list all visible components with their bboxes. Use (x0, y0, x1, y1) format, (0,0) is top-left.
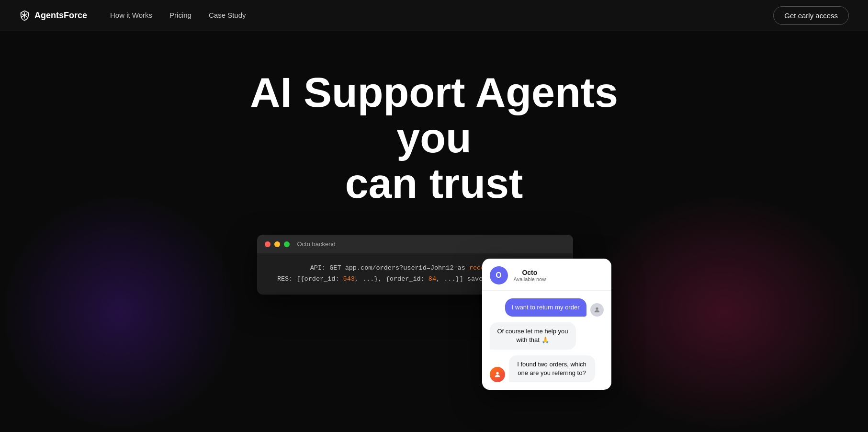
get-early-access-button[interactable]: Get early access (773, 6, 849, 25)
chat-agent-name: Octo (514, 269, 546, 276)
chat-message-agent-1: Of course let me help you with that 🙏 (490, 322, 604, 349)
hero-headline: AI Support Agents you can trust (219, 69, 650, 206)
terminal-title: Octo backend (297, 240, 336, 248)
nav-item-case-study[interactable]: Case Study (209, 11, 246, 20)
nav-item-how-it-works[interactable]: How it Works (110, 11, 152, 20)
agent-icon (490, 367, 505, 382)
dot-red (265, 241, 271, 247)
code-res-mid1: , ...}, {order_id: (355, 275, 428, 283)
user-avatar (590, 303, 604, 317)
hero-section: AI Support Agents you can trust Octo bac… (0, 31, 868, 323)
agent-bubble-2: I found two orders, which one are you re… (509, 355, 595, 382)
logo[interactable]: AgentsForce (19, 10, 87, 21)
nav-link-case-study[interactable]: Case Study (209, 11, 246, 19)
agent-icon-svg (494, 371, 501, 378)
code-num2: 84 (428, 275, 436, 283)
chat-agent-status: Available now (514, 276, 546, 282)
chat-header: O Octo Available now (482, 259, 611, 291)
nav-link-how-it-works[interactable]: How it Works (110, 11, 152, 19)
svg-point-0 (23, 14, 26, 17)
svg-point-8 (496, 372, 498, 375)
chat-message-user: I want to return my order (490, 298, 604, 317)
chat-header-info: Octo Available now (514, 269, 546, 282)
user-bubble: I want to return my order (505, 298, 586, 317)
nav-item-pricing[interactable]: Pricing (169, 11, 192, 20)
svg-point-7 (596, 307, 598, 310)
agent-bubble-1: Of course let me help you with that 🙏 (490, 322, 576, 349)
navbar: AgentsForce How it Works Pricing Case St… (0, 0, 868, 31)
svg-line-2 (26, 13, 27, 14)
logo-icon (19, 10, 30, 21)
code-res-prefix: RES: [{order_id: (277, 275, 343, 283)
nav-left: AgentsForce How it Works Pricing Case St… (19, 10, 246, 21)
user-avatar-icon (593, 306, 601, 314)
headline-line1: AI Support Agents you (250, 68, 618, 161)
headline-line2: can trust (345, 159, 523, 207)
svg-line-6 (22, 13, 23, 14)
dot-green (284, 241, 290, 247)
logo-text: AgentsForce (34, 11, 87, 21)
terminal-titlebar: Octo backend (257, 235, 573, 253)
chat-message-agent-2: I found two orders, which one are you re… (490, 355, 604, 382)
svg-line-5 (22, 16, 23, 17)
svg-line-3 (26, 16, 27, 17)
nav-links: How it Works Pricing Case Study (110, 11, 246, 20)
nav-link-pricing[interactable]: Pricing (169, 11, 192, 19)
demo-container: Octo backend API: GET app.com/orders?use… (257, 235, 611, 295)
code-api-prefix: API: GET app.com/orders?userid=John12 as (310, 264, 469, 272)
dot-yellow (274, 241, 280, 247)
chat-body: I want to return my order Of course let … (482, 291, 611, 390)
chat-agent-avatar: O (490, 266, 508, 284)
chat-window: O Octo Available now I want to return my… (482, 259, 611, 390)
code-num1: 543 (343, 275, 355, 283)
